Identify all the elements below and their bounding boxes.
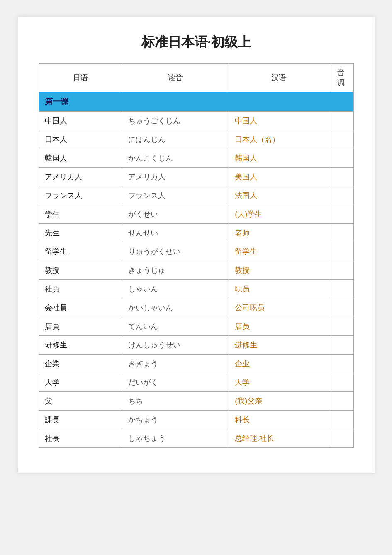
- cell-chinese: 职员: [229, 280, 329, 298]
- cell-japanese: 韓国人: [39, 149, 122, 168]
- cell-tone: [329, 411, 353, 429]
- cell-tone: [329, 336, 353, 355]
- cell-reading: けんしゅうせい: [122, 336, 229, 355]
- cell-chinese: 中国人: [229, 112, 329, 130]
- table-row: 中国人ちゅうごくじん中国人: [39, 112, 353, 130]
- vocab-table: 日语 读音 汉语 音调 第一课中国人ちゅうごくじん中国人日本人にほんじん日本人（…: [39, 63, 354, 448]
- cell-reading: かんこくじん: [122, 149, 229, 168]
- cell-tone: [329, 205, 353, 224]
- header-japanese: 日语: [39, 64, 122, 92]
- cell-japanese: 研修生: [39, 336, 122, 355]
- cell-chinese: 日本人（名）: [229, 130, 329, 149]
- cell-chinese: 留学生: [229, 242, 329, 261]
- cell-tone: [329, 242, 353, 261]
- table-row: 先生せんせい老师: [39, 224, 353, 242]
- cell-reading: ちち: [122, 392, 229, 411]
- header-chinese: 汉语: [229, 64, 329, 92]
- cell-chinese: 教授: [229, 261, 329, 280]
- page-title: 标准日本语·初级上: [39, 33, 354, 51]
- cell-tone: [329, 168, 353, 186]
- cell-japanese: フランス人: [39, 186, 122, 205]
- cell-reading: しゃちょう: [122, 429, 229, 448]
- cell-japanese: 大学: [39, 373, 122, 392]
- cell-reading: てんいん: [122, 317, 229, 336]
- cell-chinese: 企业: [229, 355, 329, 373]
- cell-reading: かいしゃいん: [122, 298, 229, 317]
- cell-tone: [329, 317, 353, 336]
- cell-chinese: 进修生: [229, 336, 329, 355]
- cell-reading: りゅうがくせい: [122, 242, 229, 261]
- table-row: フランス人フランス人法国人: [39, 186, 353, 205]
- cell-reading: アメリカ人: [122, 168, 229, 186]
- cell-japanese: 中国人: [39, 112, 122, 130]
- table-row: 研修生けんしゅうせい进修生: [39, 336, 353, 355]
- cell-chinese: 总经理.社长: [229, 429, 329, 448]
- cell-japanese: 先生: [39, 224, 122, 242]
- cell-tone: [329, 429, 353, 448]
- cell-reading: フランス人: [122, 186, 229, 205]
- cell-japanese: 社員: [39, 280, 122, 298]
- cell-tone: [329, 186, 353, 205]
- table-row: 社長しゃちょう总经理.社长: [39, 429, 353, 448]
- cell-tone: [329, 149, 353, 168]
- table-row: 日本人にほんじん日本人（名）: [39, 130, 353, 149]
- cell-chinese: 韩国人: [229, 149, 329, 168]
- table-row: 韓国人かんこくじん韩国人: [39, 149, 353, 168]
- cell-chinese: 大学: [229, 373, 329, 392]
- cell-tone: [329, 130, 353, 149]
- table-body: 第一课中国人ちゅうごくじん中国人日本人にほんじん日本人（名）韓国人かんこくじん韩…: [39, 92, 353, 448]
- cell-japanese: 教授: [39, 261, 122, 280]
- cell-chinese: 老师: [229, 224, 329, 242]
- cell-reading: きぎょう: [122, 355, 229, 373]
- table-header-row: 日语 读音 汉语 音调: [39, 64, 353, 92]
- cell-japanese: アメリカ人: [39, 168, 122, 186]
- cell-chinese: 法国人: [229, 186, 329, 205]
- cell-japanese: 日本人: [39, 130, 122, 149]
- cell-japanese: 会社員: [39, 298, 122, 317]
- cell-reading: ちゅうごくじん: [122, 112, 229, 130]
- cell-chinese: 店员: [229, 317, 329, 336]
- table-row: 大学だいがく大学: [39, 373, 353, 392]
- cell-tone: [329, 355, 353, 373]
- cell-chinese: 美国人: [229, 168, 329, 186]
- cell-japanese: 学生: [39, 205, 122, 224]
- table-row: アメリカ人アメリカ人美国人: [39, 168, 353, 186]
- table-row: 店員てんいん店员: [39, 317, 353, 336]
- cell-chinese: (大)学生: [229, 205, 329, 224]
- cell-reading: きょうじゅ: [122, 261, 229, 280]
- cell-tone: [329, 261, 353, 280]
- table-row: 会社員かいしゃいん公司职员: [39, 298, 353, 317]
- cell-reading: せんせい: [122, 224, 229, 242]
- cell-japanese: 企業: [39, 355, 122, 373]
- cell-tone: [329, 112, 353, 130]
- cell-tone: [329, 280, 353, 298]
- table-row: 課長かちょう科长: [39, 411, 353, 429]
- cell-chinese: 公司职员: [229, 298, 329, 317]
- table-row: 社員しゃいん职员: [39, 280, 353, 298]
- cell-reading: だいがく: [122, 373, 229, 392]
- cell-chinese: 科长: [229, 411, 329, 429]
- table-row: 教授きょうじゅ教授: [39, 261, 353, 280]
- cell-tone: [329, 224, 353, 242]
- cell-japanese: 課長: [39, 411, 122, 429]
- cell-japanese: 父: [39, 392, 122, 411]
- table-row: 留学生りゅうがくせい留学生: [39, 242, 353, 261]
- cell-tone: [329, 392, 353, 411]
- header-reading: 读音: [122, 64, 229, 92]
- section-header-row: 第一课: [39, 92, 353, 112]
- cell-reading: がくせい: [122, 205, 229, 224]
- section-label: 第一课: [39, 92, 353, 112]
- page-container: 标准日本语·初级上 日语 读音 汉语 音调 第一课中国人ちゅうごくじん中国人日本…: [18, 17, 375, 473]
- cell-japanese: 店員: [39, 317, 122, 336]
- cell-chinese: (我)父亲: [229, 392, 329, 411]
- cell-reading: にほんじん: [122, 130, 229, 149]
- cell-japanese: 留学生: [39, 242, 122, 261]
- cell-reading: しゃいん: [122, 280, 229, 298]
- table-row: 学生がくせい(大)学生: [39, 205, 353, 224]
- cell-tone: [329, 298, 353, 317]
- table-row: 父ちち(我)父亲: [39, 392, 353, 411]
- cell-tone: [329, 373, 353, 392]
- cell-reading: かちょう: [122, 411, 229, 429]
- header-tone: 音调: [329, 64, 353, 92]
- cell-japanese: 社長: [39, 429, 122, 448]
